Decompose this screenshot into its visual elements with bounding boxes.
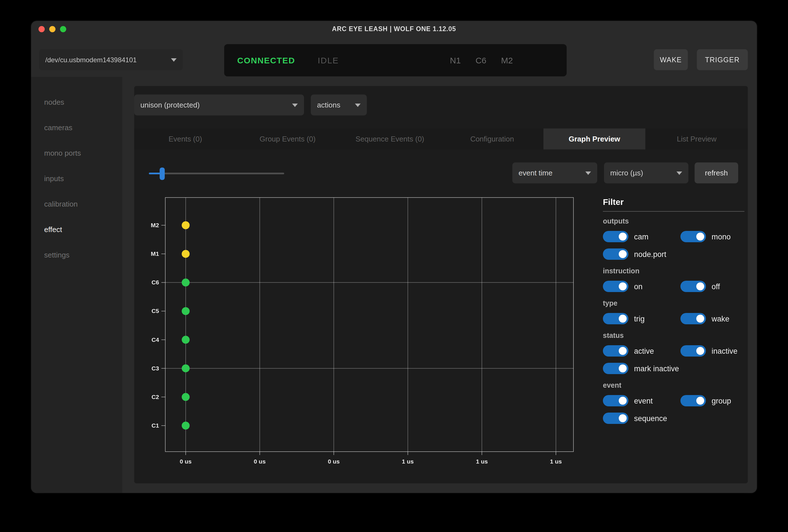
actions-label: actions [317,101,340,109]
filter-title: Filter [603,197,744,206]
event-toggle-label: event [634,396,653,405]
axis-mode-select[interactable]: event time [512,162,597,183]
toggle-knob [619,364,627,372]
x-axis-label: 1 us [550,458,562,465]
toggle-knob [619,347,627,355]
sidebar-item-calibration[interactable]: calibration [31,191,122,217]
axis-mode-value: event time [518,169,552,177]
minimize-button[interactable] [49,26,56,32]
toggle-knob [619,414,627,422]
toggle-knob [619,282,627,290]
event-graph-svg: M2M1C6C5C4C3C2C10 us0 us0 us1 us1 us1 us [134,197,587,471]
zoom-slider[interactable] [149,167,284,180]
x-axis-label: 0 us [254,458,266,465]
main-panel: unison (protected) actions Events (0) Gr… [134,86,748,483]
event-dot [182,307,190,315]
device-badge: C6 [475,56,486,65]
filter-section-status-label: status [603,332,744,339]
device-badge: M2 [501,56,513,65]
status-panel: CONNECTED IDLE N1 C6 M2 [224,44,567,76]
device-badge: N1 [450,56,461,65]
y-axis-label: C2 [152,394,159,400]
sidebar-item-inputs[interactable]: inputs [31,166,122,191]
sidebar-item-mono-ports[interactable]: mono ports [31,140,122,166]
toggle-knob [619,315,627,322]
wake-button[interactable]: WAKE [654,49,688,70]
tab-list-preview[interactable]: List Preview [646,129,748,150]
event-dot [182,336,190,344]
event-dot [182,364,190,372]
mark-inactive-toggle-label: mark inactive [634,364,679,373]
inactive-toggle[interactable] [681,345,706,357]
tab-graph-preview[interactable]: Graph Preview [543,129,645,150]
toggle-knob [696,233,704,240]
trig-toggle[interactable] [603,313,628,324]
zoom-slider-track[interactable] [149,173,284,174]
node-port-toggle[interactable] [603,249,628,260]
tab-configuration[interactable]: Configuration [441,129,543,150]
on-toggle[interactable] [603,281,628,292]
group-toggle-label: group [712,396,731,405]
tab-events[interactable]: Events (0) [134,129,236,150]
actions-select[interactable]: actions [311,95,367,116]
header: /dev/cu.usbmodem143984101 CONNECTED IDLE… [31,37,757,77]
toggle-knob [619,250,627,258]
event-dot [182,278,190,287]
event-graph: M2M1C6C5C4C3C2C10 us0 us0 us1 us1 us1 us [134,197,587,471]
toggle-knob [696,347,704,355]
toggle-knob [619,397,627,405]
trigger-button[interactable]: TRIGGER [697,49,748,70]
serial-port-value: /dev/cu.usbmodem143984101 [45,56,137,64]
filter-divider [603,211,744,212]
y-axis-label: C4 [152,336,159,343]
node-port-toggle-label: node.port [634,250,666,258]
stage: ARC EYE LEASH | WOLF ONE 1.12.05 /dev/cu… [0,0,788,532]
x-axis-label: 1 us [476,458,488,465]
active-toggle-label: active [634,347,654,355]
y-axis-label: C6 [152,279,159,285]
inactive-toggle-label: inactive [712,347,737,355]
refresh-button[interactable]: refresh [695,162,738,183]
event-toggle[interactable] [603,395,628,406]
chevron-down-icon [585,171,591,175]
mark-inactive-toggle[interactable] [603,363,628,374]
chevron-down-icon [171,58,177,61]
sidebar-item-settings[interactable]: settings [31,242,122,268]
sidebar: nodes cameras mono ports inputs calibrat… [31,77,122,493]
y-axis-label: C5 [152,308,159,314]
off-toggle[interactable] [681,281,706,292]
active-toggle[interactable] [603,345,628,357]
filter-section-event-label: event [603,381,744,389]
y-axis-label: M2 [151,222,159,229]
time-unit-select[interactable]: micro (µs) [604,162,688,183]
y-axis-label: C1 [152,422,159,429]
zoom-slider-handle[interactable] [160,168,165,180]
x-axis-label: 0 us [180,458,192,465]
tab-sequence-events[interactable]: Sequence Events (0) [339,129,441,150]
app-window: ARC EYE LEASH | WOLF ONE 1.12.05 /dev/cu… [31,21,757,493]
sequence-toggle[interactable] [603,413,628,424]
chevron-down-icon [676,171,682,175]
sidebar-item-cameras[interactable]: cameras [31,115,122,140]
preset-value: unison (protected) [140,101,200,109]
close-button[interactable] [39,26,45,32]
filter-section-outputs-label: outputs [603,217,744,225]
preset-select[interactable]: unison (protected) [134,95,304,116]
title-bar: ARC EYE LEASH | WOLF ONE 1.12.05 [31,21,757,37]
wake-toggle[interactable] [681,313,706,324]
window-title: ARC EYE LEASH | WOLF ONE 1.12.05 [31,21,757,37]
tab-group-events[interactable]: Group Events (0) [236,129,338,150]
toggle-knob [619,233,627,240]
cam-toggle[interactable] [603,231,628,242]
time-unit-value: micro (µs) [610,169,643,177]
toggle-knob [696,397,704,405]
wake-toggle-label: wake [712,314,729,323]
sidebar-item-effect[interactable]: effect [31,217,122,242]
sidebar-item-nodes[interactable]: nodes [31,90,122,115]
mono-toggle[interactable] [681,231,706,242]
serial-port-select[interactable]: /dev/cu.usbmodem143984101 [39,49,183,70]
group-toggle[interactable] [681,395,706,406]
zoom-button[interactable] [60,26,66,32]
traffic-lights [39,26,66,32]
y-axis-label: C3 [152,365,159,372]
